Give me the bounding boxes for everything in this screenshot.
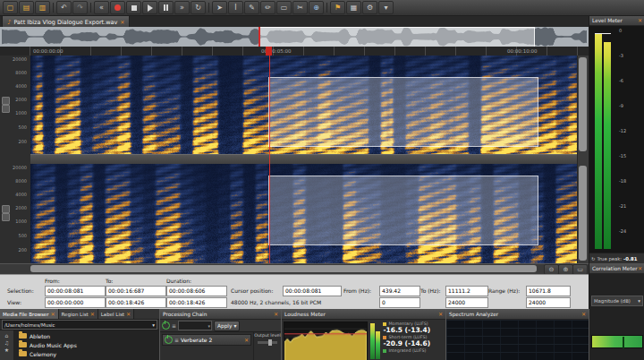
tree-item-celemony[interactable]: Celemony — [14, 349, 159, 358]
scissors-tool-button[interactable]: ✂ — [292, 1, 308, 14]
close-panel-icon[interactable]: ✕ — [438, 312, 443, 317]
selection-from-field[interactable]: 00:00:08:081 — [45, 286, 106, 296]
view-to-field[interactable]: 00:00:18:426 — [106, 297, 166, 308]
stop-button[interactable] — [126, 1, 141, 14]
tree-item-ableton[interactable]: Ableton — [14, 331, 159, 340]
selection-tool-button[interactable]: ➤ — [212, 1, 227, 14]
zoom-tool-button[interactable]: ⊕ — [309, 1, 324, 14]
close-panel-icon[interactable]: ✕ — [638, 266, 642, 271]
favorites-shortcut-icon[interactable]: ★ — [4, 347, 9, 353]
plugin-slot-verberate[interactable]: ≡ Verberate 2 ✕ — [162, 334, 251, 346]
home-shortcut-icon[interactable]: ⌂ — [5, 332, 9, 339]
spectrum-analyzer-title: Spectrum Analyzer — [449, 312, 498, 317]
brush-tool-button[interactable]: ✏ — [260, 1, 275, 14]
playhead-line — [269, 56, 270, 263]
scale-label: -15 — [619, 153, 626, 159]
preset-combo[interactable]: ▾ — [178, 321, 212, 330]
close-panel-icon[interactable]: ✕ — [638, 18, 642, 23]
view-duration-field[interactable]: 00:00:18:426 — [166, 297, 227, 308]
close-panel-icon[interactable]: ✕ — [274, 312, 278, 317]
close-tab-icon[interactable]: ✕ — [90, 312, 95, 317]
magnitude-mode-dropdown[interactable]: Magnitude (dB) ▾ — [591, 296, 643, 306]
go-to-end-button[interactable]: » — [174, 1, 190, 14]
reset-peak-icon[interactable]: ↻ — [591, 256, 595, 261]
view-options-dropdown[interactable]: ▾ — [378, 1, 394, 14]
loop-button[interactable]: ↻ — [191, 1, 206, 14]
pencil-tool-icon: ✎ — [249, 4, 255, 12]
freq-label: 2000 — [15, 205, 27, 210]
close-tab-icon[interactable]: ✕ — [126, 312, 131, 317]
vertical-scrollbar-thumb[interactable] — [579, 57, 587, 151]
freq-from-field[interactable]: 439.42 — [379, 286, 420, 296]
stop-icon — [131, 5, 137, 11]
new-file-button[interactable]: ▢ — [3, 1, 18, 14]
record-button[interactable] — [110, 1, 125, 14]
path-value: /Users/holmes/Music — [4, 322, 55, 328]
tab-media-file-browser[interactable]: Media File Browser ✕ — [0, 309, 59, 319]
time-selection-tool-button[interactable]: I — [228, 1, 243, 14]
close-panel-icon[interactable]: ✕ — [581, 312, 586, 317]
document-tab[interactable]: ♪ Patt Ibiza Vlog Dialogue Export.wav ✕ — [2, 15, 130, 28]
freq-range-view-field[interactable]: 24000 — [526, 297, 571, 308]
apply-label: Apply — [217, 323, 232, 329]
remove-plugin-icon[interactable]: ✕ — [244, 338, 249, 343]
apply-button[interactable]: Apply ▾ — [214, 321, 240, 331]
grid-toggle-button[interactable]: ▦ — [346, 1, 361, 14]
settings-button[interactable]: ⚙ — [362, 1, 377, 14]
redo-button[interactable]: ↷ — [72, 1, 88, 14]
freq-to-view-field[interactable]: 24000 — [445, 297, 488, 308]
tab-region-list[interactable]: Region List ✕ — [59, 309, 98, 319]
path-dropdown[interactable]: /Users/holmes/Music ▾ — [2, 320, 157, 330]
vertical-scrollbar-thumb[interactable] — [579, 166, 587, 261]
selection-duration-field[interactable]: 00:00:08:606 — [166, 286, 227, 296]
plugin-menu-icon[interactable]: ≡ — [174, 337, 179, 343]
scissors-tool-icon: ✂ — [297, 4, 303, 12]
music-shortcut-icon[interactable]: ♫ — [4, 339, 9, 346]
new-file-icon: ▢ — [7, 4, 14, 12]
horizontal-scrollbar-thumb[interactable] — [30, 265, 537, 272]
channel-2-option-button[interactable] — [2, 205, 10, 213]
view-from-field[interactable]: 00:00:00:000 — [45, 297, 106, 308]
spectral-selection-channel-2[interactable] — [268, 176, 538, 245]
playhead-marker[interactable] — [266, 47, 272, 56]
time-selection-tool-icon: I — [234, 4, 236, 12]
slider-thumb[interactable] — [268, 339, 272, 346]
output-level-label: Output level — [254, 333, 281, 339]
close-tab-icon[interactable]: ✕ — [51, 312, 55, 317]
freq-range-field[interactable]: 10671.8 — [526, 286, 571, 296]
waveform-overview[interactable] — [0, 27, 589, 47]
loudness-history-graph — [284, 321, 368, 360]
overview-selection[interactable] — [258, 27, 535, 48]
cursor-position-field[interactable]: 00:00:08:081 — [283, 286, 342, 296]
spectral-selection-channel-1[interactable] — [268, 77, 538, 147]
channel-2-option-button[interactable] — [2, 213, 10, 221]
chain-power-icon[interactable] — [162, 321, 170, 330]
undo-button[interactable]: ↶ — [56, 1, 72, 14]
preset-menu-icon[interactable]: ≡ — [172, 322, 176, 329]
save-file-button[interactable]: ▥ — [35, 1, 50, 14]
freq-to-field[interactable]: 11111.2 — [445, 286, 488, 296]
pause-button[interactable] — [158, 1, 174, 14]
close-tab-icon[interactable]: ✕ — [120, 20, 124, 25]
go-to-start-button[interactable]: « — [94, 1, 109, 14]
selection-to-field[interactable]: 00:00:16:687 — [106, 286, 166, 296]
plugin-power-icon[interactable] — [165, 336, 173, 344]
eraser-tool-button[interactable]: ▭ — [276, 1, 292, 14]
output-level-slider[interactable] — [258, 341, 277, 344]
channel-1-option-button[interactable] — [2, 105, 10, 113]
open-file-button[interactable]: ▤ — [19, 1, 34, 14]
marker-button[interactable]: ⚑ — [330, 1, 345, 14]
channel-1-option-button[interactable] — [2, 97, 10, 105]
freq-label: 500 — [18, 233, 27, 238]
freq-from-view-field[interactable]: 0 — [379, 297, 420, 308]
processing-toolbar: ≡ ▾ Apply ▾ — [160, 320, 281, 332]
loudness-bar — [376, 331, 380, 359]
pencil-tool-button[interactable]: ✎ — [244, 1, 259, 14]
eraser-tool-icon: ▭ — [281, 4, 288, 12]
ruler-label: 00:00:10:00 — [507, 48, 538, 54]
loudness-meter-titlebar: Loudness Meter ✕ — [282, 309, 445, 320]
tab-label-list[interactable]: Label List ✕ — [98, 309, 134, 319]
play-button[interactable] — [142, 1, 157, 14]
tree-item-audio-music-apps[interactable]: Audio Music Apps — [14, 340, 159, 349]
tab-label: Region List — [62, 312, 89, 317]
